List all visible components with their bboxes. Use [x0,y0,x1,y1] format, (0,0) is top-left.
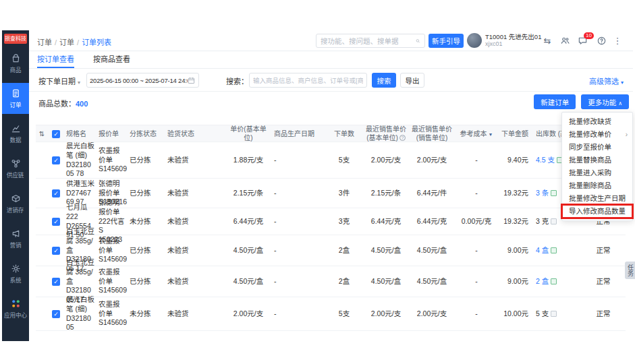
contacts-icon[interactable] [559,36,570,47]
spec-name[interactable]: 白玉北豆腐 385g/盒 [66,227,94,255]
task-side-tab[interactable]: 任务 [625,262,635,279]
row-checkbox[interactable]: ✓ [52,218,60,226]
chevron-up-icon: ∧ [618,100,622,107]
column-header-label: 报价单 [99,130,119,138]
guide-button[interactable]: 新手引导 [429,34,464,48]
export-button[interactable]: 导出 [400,73,424,88]
column-header-label: 下单金额 [501,130,528,138]
global-search-input[interactable] [316,34,416,47]
menu-item-label: 批量修改生产日期 [569,194,626,202]
breadcrumb-separator: / [55,38,57,47]
outbound-cell: 2 盒 [534,277,581,286]
search-field-label: 搜索： [226,75,248,86]
menu-item[interactable]: 批量修改缺货 [562,115,632,128]
outbound-quantity[interactable]: 4.5 支 [536,156,555,164]
outbound-quantity[interactable]: 3 克 [536,217,549,225]
message-icon[interactable]: 10 [577,36,588,47]
sidebar-item-system[interactable]: 系统 [2,258,29,289]
unit-price: 2.15元/条 [225,189,272,198]
sort-icon[interactable]: ⇅ [36,129,48,138]
breadcrumb-separator: / [77,38,79,47]
data-chart-icon [11,123,21,133]
edit-icon[interactable] [551,190,557,196]
row-checkbox[interactable]: ✓ [52,156,60,164]
sidebar-item-inventory[interactable]: 进销存 [2,188,29,219]
spec-name[interactable]: 晨光白板笔 (细) [66,142,94,160]
avatar[interactable] [467,33,482,48]
row-checkbox[interactable]: ✓ [52,278,60,286]
sidebar-item-label: 供应链 [7,171,24,179]
search-button[interactable]: 搜索 [372,73,396,88]
menu-item[interactable]: 批量替换商品 [562,154,632,166]
spec-name[interactable]: 晨光白板笔 (细) [66,295,94,313]
date-type-select[interactable]: 按下单日期▾ [38,75,80,86]
menu-item-label: 批量删除商品 [569,181,611,189]
top-header: 订单/订单/订单列表 新手引导 T10001 先进先出01 xjxc01 ⇆ 1… [29,30,633,51]
row-checkbox-cell: ✓ [48,309,64,319]
tab-by-order[interactable]: 按订单查看 [37,51,74,68]
sidebar-item-supply-chain[interactable]: 供应链 [2,153,29,184]
column-header-label: 验货状态 [167,130,194,138]
more-menu-icon[interactable]: ⋮ [612,36,623,47]
chevron-right-icon: › [626,128,628,141]
edit-icon[interactable] [551,218,557,224]
switch-account-icon[interactable]: ⇆ [542,36,553,47]
outbound-quantity[interactable]: 3 条 [536,189,549,197]
select-all-checkbox[interactable]: ✓ [52,130,60,138]
date-range-input[interactable]: 2025-06-15 00:00 ~ 2025-07-14 24:00 [86,73,199,88]
outbound-quantity[interactable]: 4 盒 [536,246,549,254]
quote-name: 农墨报价单 S145609 [96,268,128,295]
new-order-button[interactable]: 新建订单 [534,94,576,109]
row-checkbox[interactable]: ✓ [52,247,60,255]
product-total-value: 400 [76,100,88,108]
keyword-search-input[interactable] [249,73,367,88]
menu-item[interactable]: 批量删除商品 [562,179,632,192]
spec-code: D3218005 [66,314,94,332]
spec-name[interactable]: 供港玉米 [66,179,94,189]
outbound-quantity[interactable]: 2 盒 [536,277,549,285]
more-actions-label: 更多功能 [588,98,616,107]
calendar-icon [188,77,195,84]
recent-price-base: 2.00元/支 [362,309,410,319]
spec-name[interactable]: 七月瓜222 [66,203,94,221]
advanced-filter-link[interactable]: 高级筛选▾ [589,75,624,86]
inspection-status: 未验货 [165,156,225,165]
message-badge: 10 [584,32,594,39]
advanced-filter-label: 高级筛选 [589,78,619,86]
edit-icon[interactable] [551,311,557,317]
menu-item[interactable]: 同步至报价单 [562,141,632,154]
edit-icon[interactable] [551,278,557,284]
sorting-status: 已分拣 [128,246,165,255]
inspection-status: 未验货 [165,309,225,319]
filter-caret-icon[interactable]: ▼ [489,132,493,137]
column-header-label: 商品生产日期 [274,130,314,138]
row-checkbox[interactable]: ✓ [52,310,60,318]
sidebar-item-label: 营销 [9,241,21,249]
sidebar-item-data[interactable]: 数据 [2,118,29,149]
column-header: 商品生产日期 [272,129,326,138]
menu-item[interactable]: 批量修改单价› [562,128,632,141]
menu-item[interactable]: 批量修改生产日期 [562,192,632,205]
breadcrumb-level2[interactable]: 订单 [59,38,74,47]
sidebar-item-orders[interactable]: 订单 [2,83,29,114]
more-actions-button[interactable]: 更多功能∧ [581,94,629,109]
menu-item-label: 导入修改商品数量 [569,207,626,215]
search-icon[interactable] [416,37,420,45]
order-quantity: 3克 [326,217,362,226]
unit-price: 1.88元/支 [225,156,272,165]
breadcrumb-level1[interactable]: 订单 [37,38,52,47]
sidebar-item-marketing[interactable]: 营销 [2,223,29,254]
edit-icon[interactable] [551,247,557,253]
tab-by-product[interactable]: 按商品查看 [93,51,130,68]
menu-item[interactable]: 导入修改商品数量 [562,205,632,218]
outbound-quantity[interactable]: 5 支 [536,309,549,317]
sidebar-item-app-center[interactable]: 应用中心 [2,293,29,324]
row-checkbox[interactable]: ✓ [52,189,60,198]
column-header: 最近销售单价 (基本单位)? [362,125,410,142]
spec-name[interactable]: 白玉北豆腐 385g/盒 [66,258,94,286]
user-code: xjxc01 [485,40,541,48]
sidebar-item-goods[interactable]: 商品 [2,48,29,79]
help-icon[interactable] [596,36,607,47]
column-header: 参考成本▼ [454,129,499,138]
menu-item[interactable]: 批量进入采购 [562,166,632,179]
